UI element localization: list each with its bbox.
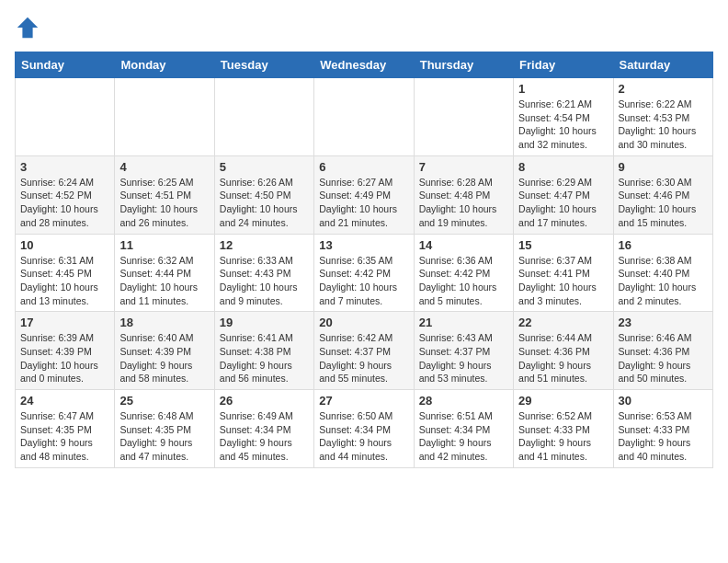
calendar-cell: 14Sunrise: 6:36 AMSunset: 4:42 PMDayligh… (414, 234, 513, 312)
day-number: 3 (20, 160, 109, 174)
calendar-cell (16, 78, 115, 156)
weekday-header-friday: Friday (514, 52, 613, 78)
calendar-cell: 7Sunrise: 6:28 AMSunset: 4:48 PMDaylight… (414, 155, 513, 234)
day-info: Sunrise: 6:25 AMSunset: 4:51 PMDaylight:… (119, 176, 209, 230)
day-info: Sunrise: 6:51 AMSunset: 4:34 PMDaylight:… (419, 409, 508, 464)
week-row-3: 10Sunrise: 6:31 AMSunset: 4:45 PMDayligh… (16, 234, 713, 312)
day-number: 15 (518, 238, 608, 252)
day-number: 24 (20, 394, 109, 408)
day-info: Sunrise: 6:43 AMSunset: 4:37 PMDaylight:… (419, 331, 508, 385)
day-number: 10 (20, 238, 109, 252)
day-number: 4 (119, 160, 209, 174)
day-info: Sunrise: 6:35 AMSunset: 4:42 PMDaylight:… (319, 254, 408, 308)
day-number: 7 (419, 160, 508, 174)
day-number: 20 (319, 316, 408, 329)
calendar-cell: 2Sunrise: 6:22 AMSunset: 4:53 PMDaylight… (613, 78, 712, 156)
day-number: 21 (419, 316, 508, 329)
day-number: 26 (220, 394, 309, 408)
weekday-header-saturday: Saturday (613, 52, 712, 78)
calendar-cell: 24Sunrise: 6:47 AMSunset: 4:35 PMDayligh… (16, 390, 115, 468)
day-info: Sunrise: 6:24 AMSunset: 4:52 PMDaylight:… (20, 176, 109, 230)
calendar-cell: 11Sunrise: 6:32 AMSunset: 4:44 PMDayligh… (115, 234, 214, 312)
day-number: 12 (220, 238, 309, 252)
calendar-cell: 19Sunrise: 6:41 AMSunset: 4:38 PMDayligh… (214, 312, 313, 390)
day-info: Sunrise: 6:28 AMSunset: 4:48 PMDaylight:… (419, 176, 508, 230)
weekday-header-tuesday: Tuesday (214, 52, 313, 78)
calendar-cell: 8Sunrise: 6:29 AMSunset: 4:47 PMDaylight… (514, 155, 613, 234)
calendar-cell: 15Sunrise: 6:37 AMSunset: 4:41 PMDayligh… (514, 234, 613, 312)
day-number: 22 (518, 316, 608, 329)
week-row-1: 1Sunrise: 6:21 AMSunset: 4:54 PMDaylight… (16, 78, 713, 156)
day-number: 13 (319, 238, 408, 252)
calendar-cell: 1Sunrise: 6:21 AMSunset: 4:54 PMDaylight… (514, 78, 613, 156)
calendar-cell: 18Sunrise: 6:40 AMSunset: 4:39 PMDayligh… (115, 312, 214, 390)
day-number: 28 (419, 394, 508, 408)
logo (15, 15, 44, 40)
calendar-cell (115, 78, 214, 156)
day-info: Sunrise: 6:26 AMSunset: 4:50 PMDaylight:… (220, 176, 309, 230)
day-number: 9 (619, 160, 708, 174)
day-info: Sunrise: 6:44 AMSunset: 4:36 PMDaylight:… (518, 331, 608, 385)
day-number: 16 (619, 238, 708, 252)
calendar-cell: 13Sunrise: 6:35 AMSunset: 4:42 PMDayligh… (314, 234, 414, 312)
day-number: 25 (119, 394, 209, 408)
day-info: Sunrise: 6:41 AMSunset: 4:38 PMDaylight:… (220, 331, 309, 385)
day-info: Sunrise: 6:39 AMSunset: 4:39 PMDaylight:… (20, 331, 109, 385)
day-info: Sunrise: 6:47 AMSunset: 4:35 PMDaylight:… (20, 409, 109, 464)
calendar-cell: 29Sunrise: 6:52 AMSunset: 4:33 PMDayligh… (514, 390, 613, 468)
day-info: Sunrise: 6:46 AMSunset: 4:36 PMDaylight:… (619, 331, 708, 385)
weekday-header-thursday: Thursday (414, 52, 513, 78)
calendar-cell: 23Sunrise: 6:46 AMSunset: 4:36 PMDayligh… (613, 312, 712, 390)
calendar-cell (214, 78, 313, 156)
day-number: 5 (220, 160, 309, 174)
calendar-cell: 16Sunrise: 6:38 AMSunset: 4:40 PMDayligh… (613, 234, 712, 312)
day-info: Sunrise: 6:30 AMSunset: 4:46 PMDaylight:… (619, 176, 708, 230)
calendar-cell: 10Sunrise: 6:31 AMSunset: 4:45 PMDayligh… (16, 234, 115, 312)
calendar-cell: 3Sunrise: 6:24 AMSunset: 4:52 PMDaylight… (16, 155, 115, 234)
weekday-header-monday: Monday (115, 52, 214, 78)
calendar-cell: 30Sunrise: 6:53 AMSunset: 4:33 PMDayligh… (613, 390, 712, 468)
day-info: Sunrise: 6:37 AMSunset: 4:41 PMDaylight:… (518, 254, 608, 308)
calendar-cell: 27Sunrise: 6:50 AMSunset: 4:34 PMDayligh… (314, 390, 414, 468)
week-row-4: 17Sunrise: 6:39 AMSunset: 4:39 PMDayligh… (16, 312, 713, 390)
week-row-2: 3Sunrise: 6:24 AMSunset: 4:52 PMDaylight… (16, 155, 713, 234)
day-info: Sunrise: 6:50 AMSunset: 4:34 PMDaylight:… (319, 409, 408, 464)
calendar-cell: 12Sunrise: 6:33 AMSunset: 4:43 PMDayligh… (214, 234, 313, 312)
day-info: Sunrise: 6:53 AMSunset: 4:33 PMDaylight:… (619, 409, 708, 464)
calendar-cell: 4Sunrise: 6:25 AMSunset: 4:51 PMDaylight… (115, 155, 214, 234)
day-info: Sunrise: 6:33 AMSunset: 4:43 PMDaylight:… (220, 254, 309, 308)
day-info: Sunrise: 6:48 AMSunset: 4:35 PMDaylight:… (119, 409, 209, 464)
day-number: 8 (518, 160, 608, 174)
logo-icon (15, 15, 40, 40)
week-row-5: 24Sunrise: 6:47 AMSunset: 4:35 PMDayligh… (16, 390, 713, 468)
day-number: 14 (419, 238, 508, 252)
calendar-cell: 28Sunrise: 6:51 AMSunset: 4:34 PMDayligh… (414, 390, 513, 468)
day-number: 30 (619, 394, 708, 408)
calendar-cell: 25Sunrise: 6:48 AMSunset: 4:35 PMDayligh… (115, 390, 214, 468)
day-number: 23 (619, 316, 708, 329)
day-number: 2 (619, 82, 708, 96)
calendar-cell: 5Sunrise: 6:26 AMSunset: 4:50 PMDaylight… (214, 155, 313, 234)
calendar-cell (414, 78, 513, 156)
day-info: Sunrise: 6:21 AMSunset: 4:54 PMDaylight:… (518, 98, 608, 152)
calendar-cell: 6Sunrise: 6:27 AMSunset: 4:49 PMDaylight… (314, 155, 414, 234)
day-info: Sunrise: 6:29 AMSunset: 4:47 PMDaylight:… (518, 176, 608, 230)
day-number: 6 (319, 160, 408, 174)
day-info: Sunrise: 6:52 AMSunset: 4:33 PMDaylight:… (518, 409, 608, 464)
day-info: Sunrise: 6:42 AMSunset: 4:37 PMDaylight:… (319, 331, 408, 385)
day-info: Sunrise: 6:31 AMSunset: 4:45 PMDaylight:… (20, 254, 109, 308)
calendar-table: SundayMondayTuesdayWednesdayThursdayFrid… (15, 52, 713, 468)
day-info: Sunrise: 6:32 AMSunset: 4:44 PMDaylight:… (119, 254, 209, 308)
calendar-cell: 17Sunrise: 6:39 AMSunset: 4:39 PMDayligh… (16, 312, 115, 390)
weekday-header-wednesday: Wednesday (314, 52, 414, 78)
calendar-cell: 26Sunrise: 6:49 AMSunset: 4:34 PMDayligh… (214, 390, 313, 468)
day-number: 17 (20, 316, 109, 329)
weekday-header-row: SundayMondayTuesdayWednesdayThursdayFrid… (16, 52, 713, 78)
day-number: 18 (119, 316, 209, 329)
day-number: 19 (220, 316, 309, 329)
day-info: Sunrise: 6:27 AMSunset: 4:49 PMDaylight:… (319, 176, 408, 230)
calendar-cell: 20Sunrise: 6:42 AMSunset: 4:37 PMDayligh… (314, 312, 414, 390)
day-info: Sunrise: 6:22 AMSunset: 4:53 PMDaylight:… (619, 98, 708, 152)
day-info: Sunrise: 6:40 AMSunset: 4:39 PMDaylight:… (119, 331, 209, 385)
day-number: 11 (119, 238, 209, 252)
